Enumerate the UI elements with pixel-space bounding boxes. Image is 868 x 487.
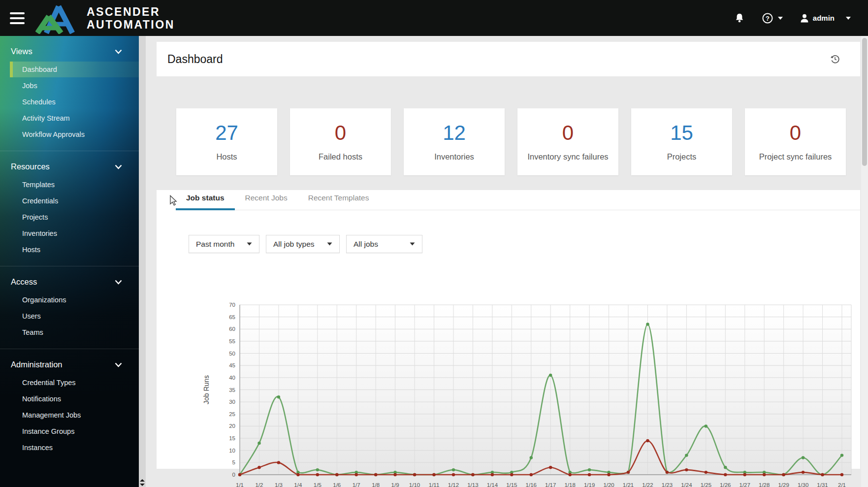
sidebar-section-header-administration[interactable]: Administration [0, 356, 139, 374]
data-point-failed [782, 473, 785, 476]
sidebar-item-activity-stream[interactable]: Activity Stream [0, 110, 139, 126]
sidebar-item-inventories[interactable]: Inventories [0, 226, 139, 241]
data-point-failed [238, 473, 241, 476]
brand-logo[interactable]: ASCENDER AUTOMATION [35, 2, 175, 34]
y-axis-label: Job Runs [202, 375, 210, 404]
x-tick-label: 1/27 [739, 482, 750, 487]
sidebar-item-schedules[interactable]: Schedules [0, 94, 139, 110]
refresh-history-button[interactable] [830, 54, 840, 65]
x-tick-label: 1/2 [255, 482, 263, 487]
data-point-successful [724, 466, 727, 469]
sidebar-item-credential-types[interactable]: Credential Types [0, 375, 139, 390]
history-icon [830, 54, 840, 65]
card-hosts[interactable]: 27Hosts [176, 108, 277, 175]
card-value: 0 [790, 122, 801, 144]
sidebar-item-organizations[interactable]: Organizations [0, 292, 139, 308]
data-point-successful [452, 468, 455, 471]
data-point-failed [743, 473, 746, 476]
x-tick-label: 1/6 [333, 482, 341, 487]
data-point-failed [705, 471, 707, 474]
sidebar-item-management-jobs[interactable]: Management Jobs [0, 407, 139, 423]
sidebar-nav: ViewsDashboardJobsSchedulesActivity Stre… [0, 36, 139, 487]
sidebar-item-projects[interactable]: Projects [0, 209, 139, 225]
data-point-failed [588, 473, 591, 476]
app-window: ASCENDER AUTOMATION ? [0, 0, 868, 487]
y-tick-label: 10 [229, 448, 235, 454]
svg-text:?: ? [766, 14, 770, 22]
sidebar-section-header-access[interactable]: Access [0, 273, 139, 292]
sidebar-item-users[interactable]: Users [0, 308, 139, 324]
caret-down-icon [247, 242, 252, 246]
data-point-successful [685, 454, 688, 456]
data-point-failed [471, 473, 474, 476]
sidebar-section-header-views[interactable]: Views [0, 43, 139, 61]
card-projects[interactable]: 15Projects [631, 108, 732, 175]
data-point-successful [802, 456, 804, 459]
filter-dropdown-all-jobs[interactable]: All jobs [346, 235, 422, 253]
data-point-failed [549, 466, 552, 469]
data-point-successful [646, 323, 649, 325]
card-project-sync-failures[interactable]: 0Project sync failures [745, 108, 846, 175]
panel-tabs: Job statusRecent JobsRecent Templates [176, 190, 860, 210]
help-menu-button[interactable]: ? [762, 12, 783, 24]
sidebar-item-instances[interactable]: Instances [0, 440, 139, 455]
filter-label: All jobs [354, 240, 378, 249]
data-point-failed [510, 473, 513, 476]
card-failed-hosts[interactable]: 0Failed hosts [290, 108, 391, 175]
sidebar-item-notifications[interactable]: Notifications [0, 391, 139, 407]
main-content: Dashboard 27Hosts0Failed hosts12Inventor… [146, 36, 861, 487]
card-inventories[interactable]: 12Inventories [404, 108, 505, 175]
sidebar-item-templates[interactable]: Templates [0, 177, 139, 193]
caret-down-icon [410, 242, 415, 246]
x-tick-label: 1/19 [584, 482, 595, 487]
sidebar-item-dashboard[interactable]: Dashboard [10, 62, 139, 77]
data-point-failed [296, 473, 299, 476]
chevron-down-icon [115, 362, 122, 367]
x-tick-label: 1/29 [778, 482, 789, 487]
user-menu-button[interactable]: admin [800, 14, 851, 23]
filter-dropdown-all-job-types[interactable]: All job types [266, 235, 340, 253]
y-tick-label: 55 [229, 338, 235, 344]
x-tick-label: 1/11 [429, 482, 440, 487]
tab-recent-jobs[interactable]: Recent Jobs [235, 194, 298, 210]
chevron-down-icon [115, 280, 122, 285]
x-tick-label: 1/13 [467, 482, 478, 487]
x-tick-label: 1/20 [603, 482, 614, 487]
tab-job-status[interactable]: Job status [176, 194, 235, 210]
sidebar-section-header-resources[interactable]: Resources [0, 158, 139, 176]
sidebar-section-views: ViewsDashboardJobsSchedulesActivity Stre… [0, 36, 139, 151]
x-tick-label: 1/7 [353, 482, 360, 487]
menu-toggle-icon[interactable] [10, 12, 25, 24]
card-inventory-sync-failures[interactable]: 0Inventory sync failures [517, 108, 618, 175]
brand-title: ASCENDER AUTOMATION [87, 5, 175, 31]
y-tick-label: 30 [229, 399, 235, 405]
notifications-button[interactable] [734, 13, 745, 24]
sidebar-item-teams[interactable]: Teams [0, 325, 139, 340]
x-tick-label: 1/31 [817, 482, 828, 487]
page-scrollbar[interactable] [861, 36, 868, 487]
card-label: Failed hosts [310, 151, 371, 162]
data-point-failed [413, 473, 416, 476]
y-tick-label: 25 [229, 411, 235, 417]
sidebar-section-resources: ResourcesTemplatesCredentialsProjectsInv… [0, 151, 139, 266]
y-tick-label: 60 [229, 326, 235, 332]
x-tick-label: 1/12 [448, 482, 459, 487]
sidebar-section-label: Administration [11, 360, 63, 369]
data-point-failed [569, 473, 572, 476]
sidebar-item-jobs[interactable]: Jobs [0, 78, 139, 94]
data-point-failed [491, 473, 494, 476]
filter-label: Past month [196, 240, 234, 249]
scrollbar-thumb[interactable] [862, 38, 867, 166]
bell-icon [734, 13, 745, 24]
y-tick-label: 50 [229, 351, 235, 357]
filter-dropdown-past-month[interactable]: Past month [189, 235, 259, 253]
tab-recent-templates[interactable]: Recent Templates [298, 194, 380, 210]
sidebar-item-instance-groups[interactable]: Instance Groups [0, 423, 139, 439]
sidebar-item-hosts[interactable]: Hosts [0, 242, 139, 258]
sidebar-section-label: Access [11, 277, 37, 287]
sidebar-item-credentials[interactable]: Credentials [0, 193, 139, 209]
sidebar-scrollbar[interactable] [139, 36, 146, 487]
card-value: 0 [562, 122, 574, 144]
x-tick-label: 1/15 [506, 482, 517, 487]
sidebar-item-workflow-approvals[interactable]: Workflow Approvals [0, 127, 139, 142]
